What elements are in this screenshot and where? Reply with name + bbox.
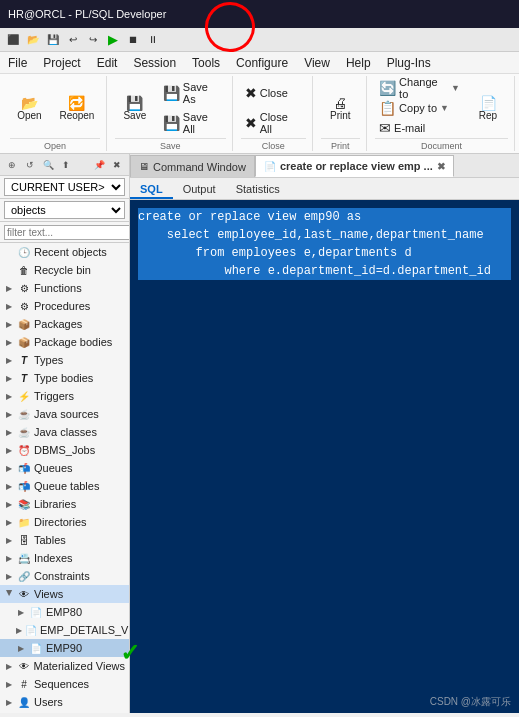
menu-edit[interactable]: Edit bbox=[89, 52, 126, 73]
tree-item-matviews[interactable]: ▶ 👁 Materialized Views bbox=[0, 657, 129, 675]
close-small-group: ✖ Close ✖ Close All bbox=[241, 78, 306, 138]
menu-view[interactable]: View bbox=[296, 52, 338, 73]
qa-btn-open[interactable]: 📂 bbox=[24, 31, 42, 49]
tree-item-packagebodies[interactable]: ▶ 📦 Package bodies bbox=[0, 333, 129, 351]
tree-item-procedures[interactable]: ▶ ⚙ Procedures bbox=[0, 297, 129, 315]
tree-arrow: ▶ bbox=[4, 302, 14, 311]
menu-tools[interactable]: Tools bbox=[184, 52, 228, 73]
tree-arrow: ▶ bbox=[16, 626, 22, 635]
tree-item-tables[interactable]: ▶ 🗄 Tables bbox=[0, 531, 129, 549]
tree-item-functions[interactable]: ▶ ⚙ Functions bbox=[0, 279, 129, 297]
filter-row: ... ↺ bbox=[0, 222, 129, 243]
menu-help[interactable]: Help bbox=[338, 52, 379, 73]
editor-tab-statistics[interactable]: Statistics bbox=[226, 181, 290, 199]
tab-label: create or replace view emp ... bbox=[280, 160, 433, 172]
tree-arrow: ▶ bbox=[4, 374, 14, 383]
qa-btn-undo[interactable]: ↩ bbox=[64, 31, 82, 49]
tree-arrow: ▶ bbox=[4, 410, 14, 419]
tree-item-packages[interactable]: ▶ 📦 Packages bbox=[0, 315, 129, 333]
tree-item-javasources[interactable]: ▶ ☕ Java sources bbox=[0, 405, 129, 423]
sidebar-icon-2[interactable]: ↺ bbox=[22, 157, 38, 173]
reopen-button[interactable]: 🔁 Reopen bbox=[53, 78, 100, 138]
tab-editor[interactable]: 📄 create or replace view emp ... ✖ bbox=[255, 155, 454, 177]
rep-button[interactable]: 📄 Rep bbox=[468, 78, 508, 138]
sidebar-icon-4[interactable]: ⬆ bbox=[58, 157, 74, 173]
tree-label: Recycle bin bbox=[34, 264, 91, 276]
triggers-icon: ⚡ bbox=[17, 391, 31, 402]
tree-item-types[interactable]: ▶ T Types bbox=[0, 351, 129, 369]
tree-item-queues[interactable]: ▶ 📬 Queues bbox=[0, 459, 129, 477]
tree-label: Libraries bbox=[34, 498, 76, 510]
close-icon: ✖ bbox=[245, 86, 257, 100]
menu-project[interactable]: Project bbox=[35, 52, 88, 73]
qa-btn-run[interactable]: ▶ bbox=[104, 31, 122, 49]
tree-item-constraints[interactable]: ▶ 🔗 Constraints bbox=[0, 567, 129, 585]
print-button[interactable]: 🖨 Print bbox=[320, 78, 360, 138]
tab-close-btn[interactable]: ✖ bbox=[437, 161, 445, 172]
tree-item-recycle[interactable]: 🗑 Recycle bin bbox=[0, 261, 129, 279]
tree-item-javaclasses[interactable]: ▶ ☕ Java classes bbox=[0, 423, 129, 441]
sidebar-icon-1[interactable]: ⊕ bbox=[4, 157, 20, 173]
close-all-button[interactable]: ✖ Close All bbox=[241, 114, 306, 132]
empdetails-icon: 📄 bbox=[25, 625, 37, 636]
editor-tab-output[interactable]: Output bbox=[173, 181, 226, 199]
menu-plugins[interactable]: Plug-Ins bbox=[379, 52, 439, 73]
objects-dropdown[interactable]: objects bbox=[0, 199, 129, 222]
code-line-1: create or replace view emp90 as bbox=[138, 208, 511, 226]
user-select[interactable]: CURRENT USER> bbox=[4, 178, 125, 196]
save-button[interactable]: 💾 Save bbox=[115, 78, 155, 138]
menu-configure[interactable]: Configure bbox=[228, 52, 296, 73]
sidebar-icon-3[interactable]: 🔍 bbox=[40, 157, 56, 173]
save-as-button[interactable]: 💾 Save As bbox=[159, 84, 226, 102]
objects-select[interactable]: objects bbox=[4, 201, 125, 219]
filter-input[interactable] bbox=[4, 225, 130, 240]
qa-btn-save[interactable]: ⬛ bbox=[4, 31, 22, 49]
code-editor[interactable]: create or replace view emp90 as select e… bbox=[130, 200, 519, 713]
user-dropdown[interactable]: CURRENT USER> bbox=[0, 176, 129, 199]
email-button[interactable]: ✉ E-mail bbox=[375, 119, 464, 137]
tab-command-window[interactable]: 🖥 Command Window bbox=[130, 155, 255, 177]
tree-item-emp80[interactable]: ▶ 📄 EMP80 bbox=[0, 603, 129, 621]
menu-session[interactable]: Session bbox=[125, 52, 184, 73]
editor-tab-sql[interactable]: SQL bbox=[130, 181, 173, 199]
tree-item-typebodies[interactable]: ▶ T Type bodies bbox=[0, 369, 129, 387]
tree-arrow: ▶ bbox=[4, 698, 14, 707]
qa-btn-redo[interactable]: ↪ bbox=[84, 31, 102, 49]
tree-item-users[interactable]: ▶ 👤 Users bbox=[0, 693, 129, 711]
qa-btn-save2[interactable]: 💾 bbox=[44, 31, 62, 49]
emp80-icon: 📄 bbox=[29, 607, 43, 618]
tree-label: Java classes bbox=[34, 426, 97, 438]
tree-item-indexes[interactable]: ▶ 📇 Indexes bbox=[0, 549, 129, 567]
ribbon-group-print: 🖨 Print Print bbox=[315, 76, 367, 151]
tree-item-empdetails[interactable]: ▶ 📄 EMP_DETAILS_V bbox=[0, 621, 129, 639]
open-button[interactable]: 📂 Open bbox=[9, 78, 49, 138]
tree-item-emp90[interactable]: ▶ 📄 EMP90 bbox=[0, 639, 129, 657]
save-group-content: 💾 Save 💾 Save As 💾 Save All bbox=[115, 78, 226, 138]
save-all-button[interactable]: 💾 Save All bbox=[159, 114, 226, 132]
sidebar-close-icon[interactable]: ✖ bbox=[109, 157, 125, 173]
recent-icon: 🕒 bbox=[17, 247, 31, 258]
save-small-group: 💾 Save As 💾 Save All bbox=[159, 78, 226, 138]
title-bar-text: HR@ORCL - PL/SQL Developer bbox=[8, 8, 166, 20]
save-group-label: Save bbox=[115, 138, 226, 151]
procedures-icon: ⚙ bbox=[17, 301, 31, 312]
sidebar-pin-icon[interactable]: 📌 bbox=[91, 157, 107, 173]
change-to-button[interactable]: 🔄 Change to ▼ bbox=[375, 79, 464, 97]
sidebar: ⊕ ↺ 🔍 ⬆ 📌 ✖ CURRENT USER> objects bbox=[0, 154, 130, 713]
ribbon-group-close: ✖ Close ✖ Close All Close bbox=[235, 76, 313, 151]
qa-btn-stop[interactable]: ⏹ bbox=[124, 31, 142, 49]
qa-btn-pause[interactable]: ⏸ bbox=[144, 31, 162, 49]
copy-to-button[interactable]: 📋 Copy to ▼ bbox=[375, 99, 464, 117]
tree-item-recent[interactable]: 🕒 Recent objects bbox=[0, 243, 129, 261]
menu-bar: File Project Edit Session Tools Configur… bbox=[0, 52, 519, 74]
tree-item-sequences[interactable]: ▶ # Sequences bbox=[0, 675, 129, 693]
close-button[interactable]: ✖ Close bbox=[241, 84, 306, 102]
tree-item-libraries[interactable]: ▶ 📚 Libraries bbox=[0, 495, 129, 513]
tree-item-dbmsjobs[interactable]: ▶ ⏰ DBMS_Jobs bbox=[0, 441, 129, 459]
tree-item-triggers[interactable]: ▶ ⚡ Triggers bbox=[0, 387, 129, 405]
tree-item-directories[interactable]: ▶ 📁 Directories bbox=[0, 513, 129, 531]
menu-file[interactable]: File bbox=[0, 52, 35, 73]
tree-item-views[interactable]: ▶ 👁 Views bbox=[0, 585, 129, 603]
tree-item-queuetables[interactable]: ▶ 📬 Queue tables bbox=[0, 477, 129, 495]
tree-label: Type bodies bbox=[34, 372, 93, 384]
